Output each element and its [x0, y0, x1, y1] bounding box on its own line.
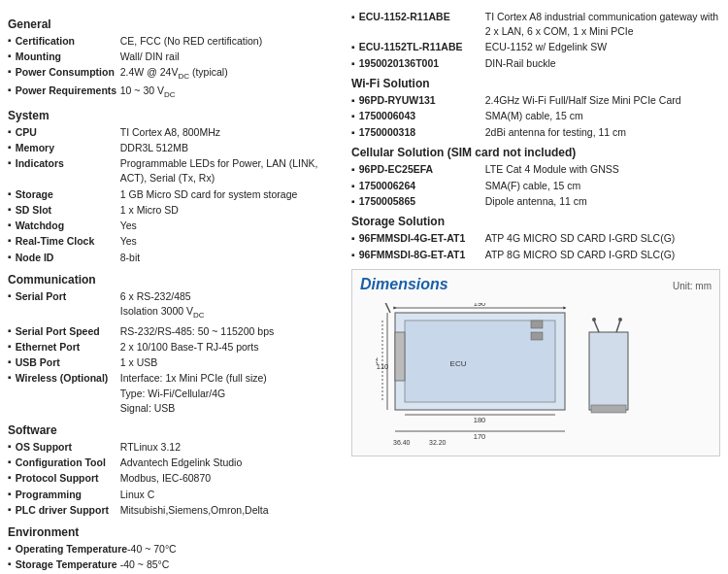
- bullet: ▪: [8, 488, 12, 499]
- svg-text:92: 92: [376, 357, 380, 365]
- spec-row: ▪ Ethernet Port 2 x 10/100 Base-T RJ-45 …: [8, 340, 338, 355]
- wifi-title: Wi-Fi Solution: [351, 77, 720, 90]
- bullet: ▪: [8, 219, 12, 230]
- spec-row: ▪ Real-Time Clock Yes: [8, 234, 338, 249]
- dimensions-title: Dimensions: [360, 276, 448, 293]
- part-number: ECU-1152-R11ABE: [359, 10, 485, 24]
- part-number: 1750005865: [359, 194, 485, 209]
- spec-row: ▪ OS Support RTLinux 3.12: [8, 440, 338, 455]
- spec-label: Watchdog: [16, 219, 120, 233]
- accessory-item: ▪ 1750005865 Dipole antenna, 11 cm: [351, 194, 720, 209]
- svg-point-20: [618, 318, 622, 321]
- part-desc: 2dBi antenna for testing, 11 cm: [485, 125, 626, 140]
- spec-value: RTLinux 3.12: [120, 440, 181, 455]
- accessory-item: ▪ 96PD-RYUW131 2.4GHz Wi-Fi Full/Half Si…: [351, 93, 720, 108]
- page-wrapper: General ▪ Certification CE, FCC (No RED …: [0, 0, 728, 574]
- spec-value: 1 x USB: [120, 355, 158, 370]
- spec-value: Linux C: [120, 488, 155, 502]
- accessory-item: ▪ 1750006043 SMA(M) cable, 15 cm: [351, 109, 720, 123]
- bullet: ▪: [351, 248, 355, 262]
- spec-label: SD Slot: [16, 203, 120, 218]
- left-column: General ▪ Certification CE, FCC (No RED …: [8, 10, 347, 574]
- bullet: ▪: [8, 141, 12, 152]
- spec-value: 8-bit: [120, 251, 140, 265]
- svg-text:190: 190: [474, 303, 486, 308]
- spec-value: Wall/ DIN rail: [120, 50, 180, 64]
- system-title: System: [8, 109, 338, 122]
- spec-label: Serial Port Speed: [16, 324, 120, 339]
- dimensions-svg: ECU 190 180 110 92: [376, 303, 696, 447]
- spec-label: USB Port: [16, 355, 120, 370]
- spec-row: ▪ Serial Port 6 x RS-232/485Isolation 30…: [8, 289, 338, 321]
- bullet: ▪: [351, 56, 355, 71]
- dimensions-unit: Unit: mm: [673, 281, 711, 291]
- spec-row: ▪ Memory DDR3L 512MB: [8, 141, 338, 155]
- part-desc: LTE Cat 4 Module with GNSS: [485, 162, 619, 177]
- storage-accessories: ▪ 96FMMSDI-4G-ET-AT1 ATP 4G MICRO SD CAR…: [351, 231, 720, 261]
- bullet: ▪: [8, 440, 12, 452]
- bullet: ▪: [8, 251, 12, 262]
- part-number: ECU-1152TL-R11ABE: [359, 40, 485, 54]
- spec-label: Wireless (Optional): [16, 371, 120, 386]
- svg-rect-21: [591, 405, 626, 413]
- spec-row: ▪ Certification CE, FCC (No RED certific…: [8, 34, 338, 49]
- spec-row: ▪ Operating Temperature -40 ~ 70°C: [8, 542, 338, 557]
- part-desc: SMA(M) cable, 15 cm: [485, 109, 583, 123]
- general-title: General: [8, 17, 338, 31]
- part-number: 96FMMSDI-4G-ET-AT1: [359, 231, 485, 246]
- svg-text:36.40: 36.40: [393, 439, 411, 446]
- bullet: ▪: [8, 542, 12, 554]
- bullet: ▪: [8, 456, 12, 467]
- spec-row: ▪ Mounting Wall/ DIN rail: [8, 50, 338, 64]
- spec-row: ▪ Power Requirements 10 ~ 30 VDC: [8, 84, 338, 101]
- spec-value: 1 x Micro SD: [120, 203, 179, 218]
- spec-row: ▪ Storage 1 GB Micro SD card for system …: [8, 187, 338, 202]
- spec-label: Protocol Support: [16, 471, 120, 486]
- spec-row: ▪ CPU TI Cortex A8, 800MHz: [8, 125, 338, 140]
- spec-label: CPU: [16, 125, 120, 140]
- part-number: 1750006264: [359, 179, 485, 193]
- bullet: ▪: [8, 34, 12, 46]
- svg-line-17: [594, 321, 599, 332]
- bullet: ▪: [8, 289, 12, 301]
- spec-label: Storage: [16, 187, 120, 202]
- svg-line-19: [616, 321, 620, 332]
- svg-rect-3: [531, 332, 543, 340]
- accessory-item: ▪ ECU-1152-R11ABE TI Cortex A8 industria…: [351, 10, 720, 38]
- bullet: ▪: [8, 355, 12, 367]
- storage-title: Storage Solution: [351, 215, 720, 228]
- spec-label: OS Support: [16, 440, 120, 455]
- accessory-item: ▪ 96FMMSDI-8G-ET-AT1 ATP 8G MICRO SD CAR…: [351, 248, 720, 262]
- spec-value: Yes: [120, 219, 137, 233]
- spec-label: Mounting: [16, 50, 120, 64]
- svg-text:170: 170: [474, 432, 486, 441]
- svg-rect-16: [589, 332, 628, 410]
- svg-text:180: 180: [474, 416, 486, 424]
- spec-row: ▪ Configuration Tool Advantech Edgelink …: [8, 456, 338, 470]
- environment-title: Environment: [8, 525, 338, 539]
- spec-label: Ethernet Port: [16, 340, 120, 355]
- system-specs: ▪ CPU TI Cortex A8, 800MHz ▪ Memory DDR3…: [8, 125, 338, 265]
- spec-label: Certification: [16, 34, 120, 49]
- spec-row: ▪ Power Consumption 2.4W @ 24VDC (typica…: [8, 65, 338, 83]
- svg-rect-2: [531, 321, 543, 328]
- software-title: Software: [8, 423, 338, 437]
- part-number: 96PD-EC25EFA: [359, 162, 485, 177]
- environment-specs: ▪ Operating Temperature -40 ~ 70°C ▪ Sto…: [8, 542, 338, 574]
- main-content: General ▪ Certification CE, FCC (No RED …: [0, 0, 728, 574]
- bullet: ▪: [8, 156, 12, 168]
- spec-value: -40 ~ 70°C: [127, 542, 177, 557]
- bullet: ▪: [8, 203, 12, 215]
- spec-label: PLC driver Support: [16, 503, 120, 518]
- bullet: ▪: [351, 40, 355, 54]
- spec-value: DDR3L 512MB: [120, 141, 188, 155]
- svg-rect-4: [395, 332, 405, 381]
- spec-row: ▪ Storage Temperature -40 ~ 85°C: [8, 557, 338, 572]
- dimensions-diagram: ECU 190 180 110 92: [360, 299, 711, 450]
- svg-line-5: [383, 303, 390, 313]
- spec-row: ▪ Watchdog Yes: [8, 219, 338, 233]
- accessory-item: ▪ 96FMMSDI-4G-ET-AT1 ATP 4G MICRO SD CAR…: [351, 231, 720, 246]
- spec-label: Configuration Tool: [16, 456, 120, 470]
- bullet: ▪: [8, 324, 12, 336]
- part-desc: 2.4GHz Wi-Fi Full/Half Size Mini PCIe Ca…: [485, 93, 681, 108]
